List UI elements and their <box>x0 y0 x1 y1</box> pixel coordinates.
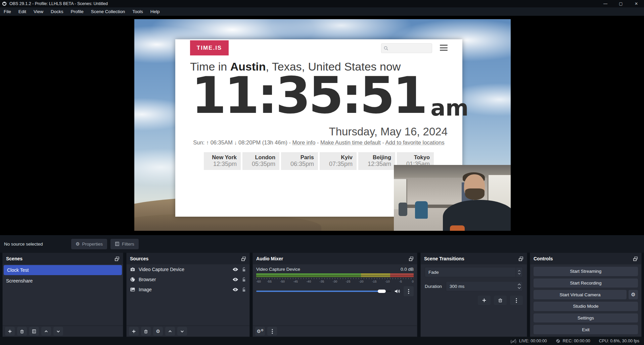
audio-mixer-panel: Audio Mixer Video Capture Device 0.0 dB … <box>252 253 417 337</box>
unlock-icon[interactable] <box>242 267 246 272</box>
obs-logo-icon <box>2 1 7 6</box>
popout-icon[interactable] <box>241 256 246 261</box>
gear-icon: ⚙ <box>156 329 160 334</box>
mixer-channel-name: Video Capture Device <box>256 267 300 272</box>
filters-button[interactable]: Filters <box>110 239 139 249</box>
mixer-options-button[interactable] <box>404 286 414 296</box>
live-time: LIVE: 00:00:00 <box>519 339 547 343</box>
duration-label: Duration <box>425 284 442 289</box>
move-source-up-button[interactable] <box>165 327 175 336</box>
menu-file[interactable]: File <box>0 7 15 16</box>
program-canvas[interactable]: TIME.IS Time in Austin, Texas, United St… <box>134 19 511 231</box>
popout-icon[interactable] <box>633 256 638 261</box>
popout-icon[interactable] <box>518 256 523 261</box>
chevron-down-icon <box>517 287 521 289</box>
meter-scale: -60 -55 -50 -45 -40 -35 -30 -25 -20 -15 … <box>256 279 414 284</box>
scene-item-screenshare[interactable]: Screenshare <box>3 276 123 286</box>
unlock-icon[interactable] <box>242 277 246 282</box>
virtual-camera-config-button[interactable]: ⚙ <box>629 290 638 299</box>
menu-tools[interactable]: Tools <box>129 7 147 16</box>
city-newyork: New York12:35pm <box>204 152 241 170</box>
timeis-clock: 11:35:51 am <box>191 70 469 121</box>
close-button[interactable]: ✕ <box>629 0 644 7</box>
unlock-icon[interactable] <box>242 287 246 292</box>
settings-button[interactable]: Settings <box>534 313 638 323</box>
preview-area[interactable]: TIME.IS Time in Austin, Texas, United St… <box>0 16 644 235</box>
remove-scene-button[interactable] <box>17 327 27 336</box>
clock-time: 11:35:51 <box>191 70 426 121</box>
record-dot-icon <box>556 339 560 343</box>
audio-mixer-title: Audio Mixer <box>256 256 283 261</box>
transitions-title: Scene Transitions <box>424 256 464 261</box>
source-properties-button[interactable]: ⚙ <box>153 327 163 336</box>
chevron-down-icon <box>518 273 521 274</box>
remove-transition-button[interactable] <box>494 296 507 305</box>
duration-spinner[interactable] <box>517 282 521 291</box>
source-item-image[interactable]: Image <box>127 285 249 295</box>
scene-item-clock-test[interactable]: Clock Test <box>4 265 122 275</box>
link-add-favorite: Add to favorite locations <box>385 139 445 145</box>
menubar: File Edit View Docks Profile Scene Colle… <box>0 7 644 16</box>
controls-title: Controls <box>534 256 553 261</box>
properties-button[interactable]: ⚙ Properties <box>71 239 107 249</box>
scene-filters-button[interactable] <box>29 327 39 336</box>
eye-icon[interactable] <box>232 288 238 292</box>
timeis-sun-line: Sun: ↑ 06:35AM ↓ 08:20PM (13h 46m) - Mor… <box>175 139 462 146</box>
hamburger-icon <box>440 45 448 51</box>
menu-docks[interactable]: Docks <box>47 7 67 16</box>
advanced-audio-button[interactable]: ⚙⚙ <box>255 327 265 336</box>
separator: - <box>317 139 319 145</box>
eye-icon[interactable] <box>232 267 238 271</box>
volume-slider-handle[interactable] <box>378 290 386 293</box>
controls-panel: Controls Start Streaming Start Recording… <box>530 253 642 337</box>
transition-select[interactable]: Fade <box>425 267 523 277</box>
globe-icon <box>130 277 135 282</box>
clock-ampm: am <box>430 97 468 119</box>
move-scene-down-button[interactable] <box>53 327 63 336</box>
combo-spinner[interactable] <box>516 267 522 277</box>
eye-icon[interactable] <box>232 277 238 282</box>
popout-icon[interactable] <box>409 256 414 261</box>
link-more-info: More info <box>292 139 316 145</box>
image-icon <box>130 287 135 292</box>
video-capture-overlay <box>394 165 511 231</box>
chevron-up-icon <box>518 270 521 272</box>
volume-slider[interactable] <box>256 290 391 293</box>
duration-input[interactable]: 300 ms <box>446 281 523 291</box>
double-gear-icon: ⚙⚙ <box>257 329 264 334</box>
scene-transitions-panel: Scene Transitions Fade Duration 300 ms <box>420 253 527 337</box>
start-recording-button[interactable]: Start Recording <box>534 278 638 288</box>
city-london: London05:35pm <box>242 152 279 170</box>
source-item-browser[interactable]: Browser <box>127 274 249 285</box>
popout-icon[interactable] <box>114 256 120 261</box>
city-paris: Paris06:35pm <box>281 152 318 170</box>
start-streaming-button[interactable]: Start Streaming <box>534 267 638 276</box>
move-scene-up-button[interactable] <box>41 327 51 336</box>
exit-button[interactable]: Exit <box>534 325 638 334</box>
city-kyiv: Kyiv07:35pm <box>320 152 357 170</box>
menu-help[interactable]: Help <box>147 7 164 16</box>
source-item-video-capture[interactable]: Video Capture Device <box>127 264 249 274</box>
mixer-menu-button[interactable] <box>267 327 277 336</box>
studio-mode-button[interactable]: Studio Mode <box>534 302 638 311</box>
move-source-down-button[interactable] <box>177 327 187 336</box>
cpu-fps-stats: CPU: 0.6%, 30.00 fps <box>599 339 639 343</box>
menu-profile[interactable]: Profile <box>67 7 87 16</box>
rec-time: REC: 00:00:00 <box>563 339 590 343</box>
menu-edit[interactable]: Edit <box>15 7 30 16</box>
add-scene-button[interactable] <box>5 327 15 336</box>
add-transition-button[interactable] <box>478 296 491 305</box>
menu-scene-collection[interactable]: Scene Collection <box>87 7 129 16</box>
add-source-button[interactable] <box>129 327 139 336</box>
gear-icon: ⚙ <box>76 241 80 247</box>
remove-source-button[interactable] <box>141 327 151 336</box>
status-bar: LIVE: 00:00:00 REC: 00:00:00 CPU: 0.6%, … <box>0 337 644 345</box>
timeis-logo: TIME.IS <box>190 40 229 55</box>
minimize-button[interactable]: — <box>598 0 613 7</box>
maximize-button[interactable]: ▢ <box>613 0 629 7</box>
transition-options-button[interactable] <box>510 296 523 305</box>
start-virtual-camera-button[interactable]: Start Virtual Camera <box>534 290 627 299</box>
speaker-icon[interactable] <box>394 289 401 294</box>
menu-view[interactable]: View <box>30 7 47 16</box>
window-title: OBS 29.1.2 - Profile: LLHLS BETA - Scene… <box>9 1 108 6</box>
